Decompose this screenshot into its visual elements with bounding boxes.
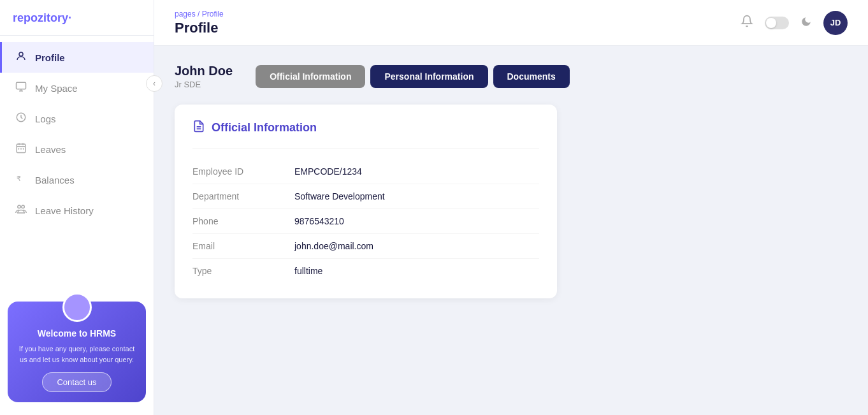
header-right: JD bbox=[741, 11, 848, 35]
sidebar-collapse-button[interactable]: ‹ bbox=[146, 75, 163, 92]
breadcrumb: pages / Profile bbox=[175, 10, 224, 18]
bell-icon[interactable] bbox=[741, 15, 753, 31]
info-card-header: Official Information bbox=[192, 120, 539, 136]
info-row-department: Department Software Development bbox=[192, 184, 539, 209]
leavehistory-icon bbox=[15, 203, 27, 217]
info-value-email: john.doe@mail.com bbox=[294, 241, 373, 251]
welcome-avatar bbox=[62, 293, 92, 322]
sidebar-item-label: Logs bbox=[35, 113, 56, 124]
info-value-phone: 9876543210 bbox=[294, 216, 344, 226]
svg-point-11 bbox=[18, 205, 21, 208]
sidebar-item-logs[interactable]: Logs bbox=[0, 103, 154, 134]
header-left: pages / Profile Profile bbox=[175, 10, 224, 36]
official-info-card: Official Information Employee ID EMPCODE… bbox=[175, 105, 557, 298]
contact-us-button[interactable]: Contact us bbox=[42, 372, 111, 392]
sidebar: repozitory· Profile My Space Logs Leaves bbox=[0, 0, 154, 415]
svg-point-12 bbox=[22, 205, 25, 208]
info-row-phone: Phone 9876543210 bbox=[192, 209, 539, 234]
info-card-title: Official Information bbox=[212, 121, 317, 135]
svg-text:₹: ₹ bbox=[17, 175, 21, 182]
profile-icon bbox=[15, 50, 27, 64]
info-row-email: Email john.doe@mail.com bbox=[192, 234, 539, 259]
leaves-icon bbox=[15, 142, 27, 156]
info-value-type: fulltime bbox=[294, 266, 322, 276]
balances-icon: ₹ bbox=[15, 173, 27, 187]
info-label-department: Department bbox=[192, 191, 294, 201]
sidebar-item-profile[interactable]: Profile bbox=[0, 42, 154, 73]
sidebar-item-label: My Space bbox=[35, 83, 78, 94]
tabs-bar: Official Information Personal Informatio… bbox=[256, 65, 570, 88]
info-value-department: Software Development bbox=[294, 191, 385, 201]
sidebar-item-balances[interactable]: ₹ Balances bbox=[0, 164, 154, 195]
user-avatar[interactable]: JD bbox=[823, 11, 848, 35]
profile-name: John Doe bbox=[175, 64, 233, 78]
myspace-icon bbox=[15, 81, 27, 95]
main-area: pages / Profile Profile JD bbox=[154, 0, 868, 415]
profile-header: John Doe Jr SDE Official Information Per… bbox=[175, 64, 848, 89]
sidebar-nav: Profile My Space Logs Leaves ₹ Balances bbox=[0, 36, 154, 291]
logo: repozitory· bbox=[0, 0, 154, 36]
info-row-employee-id: Employee ID EMPCODE/1234 bbox=[192, 159, 539, 184]
page-title: Profile bbox=[175, 20, 224, 36]
tab-personal-information[interactable]: Personal Information bbox=[370, 65, 488, 88]
welcome-text: If you have any query, please contact us… bbox=[18, 344, 136, 365]
logs-icon bbox=[15, 112, 27, 126]
info-divider bbox=[192, 149, 539, 149]
sidebar-item-label: Leaves bbox=[35, 144, 66, 155]
sidebar-item-myspace[interactable]: My Space bbox=[0, 73, 154, 103]
theme-toggle[interactable] bbox=[765, 17, 789, 29]
info-card-icon bbox=[192, 120, 205, 136]
info-label-phone: Phone bbox=[192, 216, 294, 226]
tab-official-information[interactable]: Official Information bbox=[256, 65, 365, 88]
info-row-type: Type fulltime bbox=[192, 259, 539, 283]
sidebar-item-label: Profile bbox=[35, 52, 65, 63]
toggle-knob bbox=[766, 18, 776, 28]
header: pages / Profile Profile JD bbox=[154, 0, 868, 46]
info-label-type: Type bbox=[192, 266, 294, 276]
sidebar-item-label: Balances bbox=[35, 175, 75, 186]
profile-name-block: John Doe Jr SDE bbox=[175, 64, 233, 89]
toggle-switch[interactable] bbox=[765, 17, 789, 29]
svg-rect-1 bbox=[17, 82, 26, 89]
info-label-employee-id: Employee ID bbox=[192, 166, 294, 177]
sidebar-item-leavehistory[interactable]: Leave History bbox=[0, 195, 154, 226]
profile-role: Jr SDE bbox=[175, 80, 233, 89]
content-area: John Doe Jr SDE Official Information Per… bbox=[154, 46, 868, 415]
svg-point-0 bbox=[19, 52, 23, 56]
welcome-card: Welcome to HRMS If you have any query, p… bbox=[8, 302, 146, 402]
welcome-title: Welcome to HRMS bbox=[18, 328, 136, 339]
info-label-email: Email bbox=[192, 241, 294, 251]
moon-icon[interactable] bbox=[800, 16, 812, 30]
info-value-employee-id: EMPCODE/1234 bbox=[294, 166, 362, 177]
sidebar-item-leaves[interactable]: Leaves bbox=[0, 134, 154, 164]
tab-documents[interactable]: Documents bbox=[493, 65, 570, 88]
sidebar-item-label: Leave History bbox=[35, 205, 94, 216]
